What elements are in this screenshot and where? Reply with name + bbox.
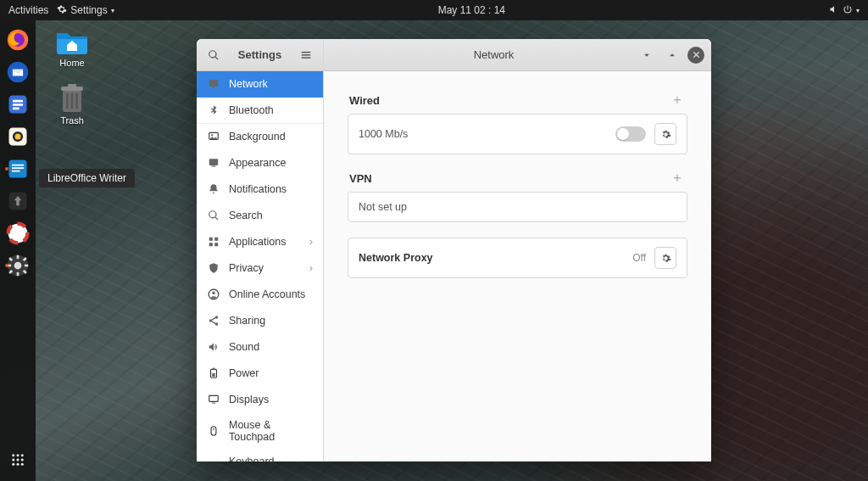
svg-point-48 [211, 134, 213, 136]
svg-rect-63 [209, 395, 219, 401]
firefox-icon [6, 28, 30, 52]
dash-dock [0, 20, 36, 481]
add-wired-button[interactable]: + [669, 92, 686, 109]
sidebar-item-sharing[interactable]: Sharing [197, 308, 323, 334]
proxy-settings-button[interactable] [654, 247, 676, 269]
proxy-title: Network Proxy [359, 252, 433, 264]
sidebar-item-notifications[interactable]: Notifications [197, 176, 323, 203]
close-icon [692, 50, 701, 59]
desktop-icon-home[interactable]: Home [47, 25, 97, 68]
settings-category-list[interactable]: NetworkBluetoothBackgroundAppearanceNoti… [197, 71, 323, 461]
dock-app-software-updater[interactable] [3, 187, 32, 215]
svg-rect-21 [8, 265, 11, 267]
desktop-icon-trash[interactable]: Trash [47, 83, 97, 126]
privacy-icon [207, 261, 220, 275]
sidebar-item-appearance[interactable]: Appearance [197, 150, 323, 176]
apps-grid-icon [10, 452, 25, 467]
network-icon [207, 77, 220, 91]
desktop-icon-home-label: Home [59, 58, 84, 68]
dock-app-thunderbird[interactable] [3, 58, 32, 87]
search-button[interactable] [203, 45, 224, 65]
main-title: Network [356, 48, 632, 61]
svg-rect-64 [212, 403, 215, 404]
sidebar-item-mouse-touchpad[interactable]: Mouse & Touchpad [197, 413, 323, 450]
mouse-icon [207, 424, 220, 438]
sidebar-item-privacy[interactable]: Privacy› [197, 255, 323, 282]
svg-rect-53 [209, 243, 213, 246]
chevron-down-icon [641, 49, 653, 61]
dock-app-firefox[interactable] [3, 25, 32, 54]
dock-app-help[interactable] [3, 219, 32, 248]
clock-button[interactable]: May 11 02 : 14 [438, 4, 505, 16]
software-updater-icon [6, 189, 30, 213]
dock-tooltip-label: LibreOffice Writer [47, 172, 126, 184]
svg-point-29 [21, 454, 24, 456]
wired-settings-button[interactable] [654, 123, 676, 145]
hamburger-menu-button[interactable] [296, 45, 316, 65]
hamburger-icon [300, 49, 312, 61]
volume-icon [829, 4, 839, 17]
keyboard-icon [207, 461, 220, 461]
help-icon [6, 221, 30, 245]
sidebar-item-label: Sharing [229, 315, 265, 327]
sidebar-item-search[interactable]: Search [197, 203, 323, 229]
rhythmbox-icon [6, 125, 30, 148]
sidebar-headerbar: Settings [197, 39, 323, 71]
sidebar-item-label: Appearance [229, 157, 286, 169]
dock-app-libreoffice-writer[interactable] [3, 154, 32, 183]
svg-point-59 [215, 322, 219, 326]
svg-rect-38 [68, 84, 76, 87]
svg-rect-62 [212, 373, 215, 377]
vpn-section-title: VPN [349, 172, 372, 185]
sidebar-item-keyboard-shortcuts[interactable]: Keyboard Shortcuts [197, 450, 323, 461]
desktop-icon-trash-label: Trash [60, 115, 84, 126]
expand-up-button[interactable] [662, 45, 682, 65]
svg-rect-65 [211, 427, 216, 436]
settings-window: Settings NetworkBluetoothBackgroundAppea… [197, 39, 711, 461]
vpn-section-header: VPN + [349, 170, 686, 187]
wired-connection-row: 1000 Mb/s [348, 114, 687, 154]
dock-app-settings[interactable] [3, 251, 32, 280]
sidebar-item-label: Bluetooth [229, 104, 274, 116]
network-proxy-row[interactable]: Network Proxy Off [348, 238, 687, 278]
show-apps-button[interactable] [3, 445, 32, 474]
svg-rect-6 [13, 108, 19, 110]
dock-app-files[interactable] [3, 90, 32, 119]
sidebar-item-label: Search [229, 210, 263, 221]
svg-point-28 [17, 454, 19, 456]
sidebar-title: Settings [229, 48, 291, 61]
svg-rect-46 [212, 87, 215, 88]
quick-settings-button[interactable]: ▾ [829, 4, 860, 17]
add-vpn-button[interactable]: + [669, 170, 686, 187]
close-button[interactable] [687, 47, 704, 64]
apps-icon [207, 235, 220, 249]
dock-app-rhythmbox[interactable] [3, 122, 32, 151]
sidebar-item-bluetooth[interactable]: Bluetooth [197, 98, 323, 124]
svg-rect-44 [302, 57, 311, 58]
sidebar-item-label: Power [229, 367, 259, 379]
sidebar-item-online-accounts[interactable]: Online Accounts [197, 282, 323, 308]
app-menu-button[interactable]: Settings ▾ [57, 4, 114, 17]
sidebar-item-background[interactable]: Background [197, 124, 323, 150]
chevron-down-icon: ▾ [856, 7, 860, 14]
sidebar-item-sound[interactable]: Sound [197, 334, 323, 361]
svg-rect-42 [302, 51, 311, 52]
svg-rect-12 [12, 167, 24, 169]
sidebar-item-displays[interactable]: Displays [197, 387, 323, 413]
sidebar-item-network[interactable]: Network [197, 71, 323, 98]
power-icon [843, 4, 853, 17]
settings-main-panel: Network Wired + 1000 Mb/s VPN + [324, 39, 711, 461]
svg-rect-45 [209, 80, 219, 87]
svg-point-34 [17, 463, 19, 466]
trash-icon [55, 83, 89, 114]
proxy-state: Off [632, 252, 646, 264]
chevron-up-icon [666, 49, 678, 61]
sidebar-item-power[interactable]: Power [197, 361, 323, 387]
expand-down-button[interactable] [637, 45, 657, 65]
wired-section-title: Wired [349, 94, 380, 107]
sidebar-item-applications[interactable]: Applications› [197, 229, 323, 255]
vpn-status: Not set up [359, 201, 407, 213]
svg-rect-20 [17, 272, 19, 276]
wired-toggle[interactable] [615, 126, 646, 142]
activities-button[interactable]: Activities [8, 4, 48, 16]
